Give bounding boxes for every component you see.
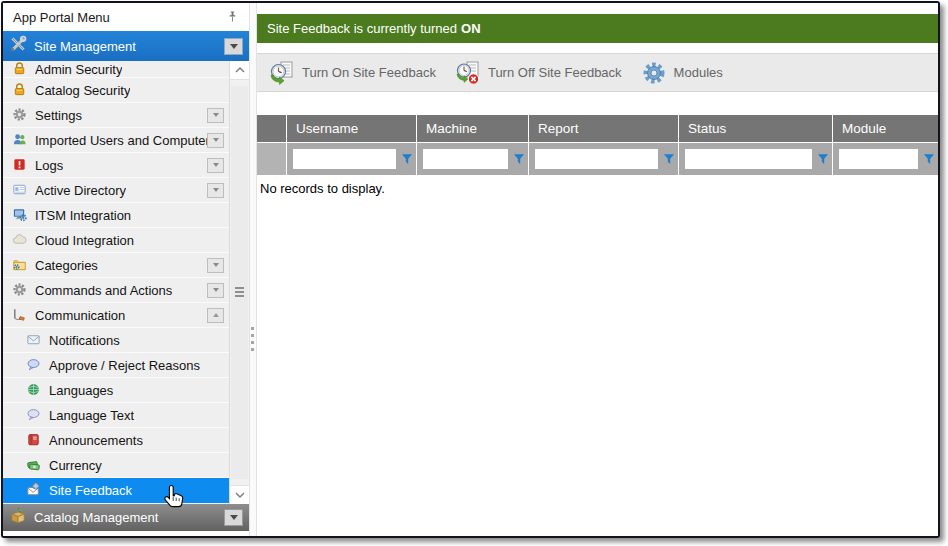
sidebar-item-catalog-security[interactable]: Catalog Security (3, 78, 229, 103)
filter-cell-username (287, 143, 417, 175)
sidebar-item-languages[interactable]: Languages (3, 378, 229, 403)
feedback-off-icon (455, 60, 481, 86)
pin-icon[interactable] (226, 10, 239, 24)
username-filter-input[interactable] (293, 149, 396, 169)
main-content: Site Feedback is currently turned ON Tur… (257, 3, 938, 536)
group-label: Catalog Management (34, 510, 158, 525)
sidebar-item-list: Admin Security Catalog Security Settings (3, 61, 229, 504)
sidebar-item-label: Languages (49, 383, 113, 398)
module-filter-button[interactable] (923, 153, 935, 165)
sidebar-item-language-text[interactable]: Language Text (3, 403, 229, 428)
tools-icon (9, 35, 27, 57)
chevron-down-icon (213, 163, 219, 167)
column-header-report[interactable]: Report (529, 115, 679, 143)
item-dropdown-button[interactable] (207, 133, 224, 148)
status-banner-state: ON (461, 21, 481, 36)
sidebar-item-approve-reject-reasons[interactable]: Approve / Reject Reasons (3, 353, 229, 378)
megaphone-icon (12, 307, 28, 323)
column-header-module[interactable]: Module (833, 115, 938, 143)
sidebar-title: App Portal Menu (13, 10, 110, 25)
item-dropdown-button[interactable] (207, 108, 224, 123)
toolbar: Turn On Site Feedback Turn Off Site Feed… (257, 53, 938, 92)
sidebar-item-label: Settings (35, 108, 82, 123)
sidebar-item-site-feedback[interactable]: Site Feedback (3, 478, 229, 503)
sidebar-item-label: Imported Users and Computers (35, 133, 216, 148)
column-header-username[interactable]: Username (287, 115, 417, 143)
sidebar-item-communication[interactable]: Communication (3, 303, 229, 328)
sidebar-item-label: Commands and Actions (35, 283, 172, 298)
scroll-up-button[interactable] (230, 61, 249, 80)
sidebar-group-site-management[interactable]: Site Management (3, 31, 249, 61)
turn-on-site-feedback-button[interactable]: Turn On Site Feedback (263, 58, 449, 88)
sidebar-item-currency[interactable]: Currency (3, 453, 229, 478)
sidebar-item-label: Communication (35, 308, 125, 323)
sidebar-item-admin-security[interactable]: Admin Security (3, 61, 229, 78)
chevron-down-icon (230, 515, 238, 520)
app-portal-frame: App Portal Menu Site Management Admin Se (1, 1, 940, 538)
cloud-icon (12, 232, 28, 248)
sidebar-item-label: Admin Security (35, 62, 122, 77)
sidebar-title-bar: App Portal Menu (3, 3, 249, 31)
sidebar-item-label: Announcements (49, 433, 143, 448)
status-banner: Site Feedback is currently turned ON (257, 14, 938, 43)
item-dropdown-button[interactable] (207, 283, 224, 298)
machine-filter-button[interactable] (513, 153, 525, 165)
status-banner-text: Site Feedback is currently turned (267, 21, 457, 36)
machine-filter-input[interactable] (423, 149, 508, 169)
grid-header-row: Username Machine Report Status Module (257, 115, 938, 143)
sidebar-item-categories[interactable]: Categories (3, 253, 229, 278)
modules-button[interactable]: Modules (635, 58, 736, 88)
username-filter-button[interactable] (401, 153, 413, 165)
status-filter-button[interactable] (817, 153, 829, 165)
users-icon (12, 132, 28, 148)
item-collapse-button[interactable] (207, 308, 224, 323)
chevron-down-icon (213, 113, 219, 117)
feedback-grid: Username Machine Report Status Module (257, 115, 938, 175)
sidebar-item-logs[interactable]: Logs (3, 153, 229, 178)
sidebar-item-label: Currency (49, 458, 102, 473)
sidebar-item-announcements[interactable]: Announcements (3, 428, 229, 453)
sidebar: App Portal Menu Site Management Admin Se (3, 3, 249, 536)
scrollbar-thumb[interactable] (231, 86, 248, 479)
sidebar-scrollbar[interactable] (229, 61, 249, 504)
column-header-machine[interactable]: Machine (417, 115, 529, 143)
filter-funnel-icon (401, 153, 413, 165)
sidebar-item-imported-users-and-computers[interactable]: Imported Users and Computers (3, 128, 229, 153)
alert-icon (12, 157, 28, 173)
scrollbar-grip (235, 287, 244, 299)
sidebar-item-active-directory[interactable]: Active Directory (3, 178, 229, 203)
item-dropdown-button[interactable] (207, 158, 224, 173)
filter-cell-report (529, 143, 679, 175)
toolbar-button-label: Modules (674, 65, 723, 80)
column-header-status[interactable]: Status (679, 115, 833, 143)
toolbar-button-label: Turn Off Site Feedback (488, 65, 622, 80)
gear-icon (12, 282, 28, 298)
report-filter-button[interactable] (663, 153, 675, 165)
sidebar-item-commands-and-actions[interactable]: Commands and Actions (3, 278, 229, 303)
sidebar-item-settings[interactable]: Settings (3, 103, 229, 128)
card-icon (12, 182, 28, 198)
item-dropdown-button[interactable] (207, 183, 224, 198)
envelope-icon (26, 332, 42, 348)
chevron-down-icon (213, 288, 219, 292)
lock-icon (12, 82, 28, 98)
report-filter-input[interactable] (535, 149, 658, 169)
sidebar-item-cloud-integration[interactable]: Cloud Integration (3, 228, 229, 253)
turn-off-site-feedback-button[interactable]: Turn Off Site Feedback (449, 58, 635, 88)
status-filter-input[interactable] (685, 149, 812, 169)
chevron-up-icon (213, 313, 219, 317)
module-filter-input[interactable] (839, 149, 918, 169)
group-dropdown-button[interactable] (224, 509, 243, 526)
item-dropdown-button[interactable] (207, 258, 224, 273)
chevron-down-icon (213, 188, 219, 192)
sidebar-group-catalog-management[interactable]: Catalog Management (3, 504, 249, 531)
chevron-up-icon (235, 67, 245, 73)
scroll-down-button[interactable] (230, 485, 249, 504)
panel-splitter[interactable] (249, 3, 257, 536)
sidebar-item-notifications[interactable]: Notifications (3, 328, 229, 353)
sidebar-item-label: ITSM Integration (35, 208, 131, 223)
gear-blue-icon (641, 60, 667, 86)
group-dropdown-button[interactable] (224, 38, 243, 55)
lock-icon (12, 61, 28, 77)
sidebar-item-itsm-integration[interactable]: ITSM Integration (3, 203, 229, 228)
